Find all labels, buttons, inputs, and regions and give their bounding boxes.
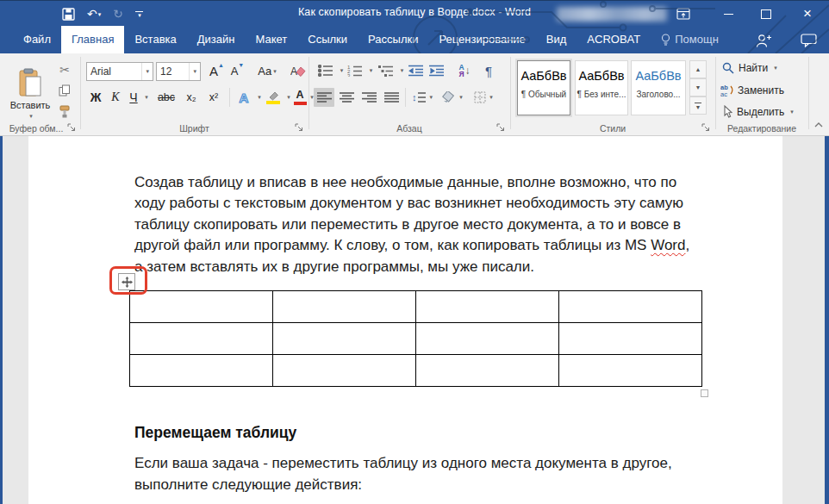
align-right-button[interactable] xyxy=(358,88,379,107)
sort-button[interactable]: АЯ ↓ xyxy=(453,60,476,81)
styles-dialog-launcher-icon[interactable] xyxy=(701,123,711,133)
tab-review[interactable]: Рецензирование xyxy=(428,26,535,53)
clipboard-paste-icon xyxy=(17,68,43,97)
tab-acrobat[interactable]: ACROBAT xyxy=(577,26,651,53)
close-button[interactable]: × xyxy=(793,1,822,27)
small-separator xyxy=(405,88,406,107)
document-page[interactable]: Создав таблицу и вписав в нее необходимы… xyxy=(28,136,782,504)
font-color-button[interactable]: А xyxy=(291,88,309,107)
table-resize-handle[interactable] xyxy=(701,389,708,397)
shrink-font-button[interactable]: A▼ xyxy=(228,61,247,81)
table-cell[interactable] xyxy=(130,291,273,323)
change-case-button[interactable]: Aa▾ xyxy=(252,61,283,81)
numbering-button[interactable]: 123 xyxy=(345,62,365,79)
find-button[interactable]: Найти▾ xyxy=(722,62,777,74)
table-cell[interactable] xyxy=(559,323,702,355)
replace-icon: abac xyxy=(720,84,733,96)
table-cell[interactable] xyxy=(130,355,273,387)
replace-button[interactable]: abac Заменить xyxy=(720,84,784,96)
tab-tell-me[interactable]: Помощн xyxy=(651,26,729,53)
group-separator xyxy=(808,57,809,129)
shading-button[interactable]: ▾ xyxy=(439,88,465,107)
ribbon: Вставить ▾ ✂ Буфер обм... Arial▾ 12▾ A▲ … xyxy=(0,53,829,136)
table-cell[interactable] xyxy=(130,323,273,355)
borders-button[interactable]: ▾ xyxy=(471,88,496,107)
format-painter-icon[interactable] xyxy=(55,103,74,119)
document-area: Создав таблицу и вписав в нее необходимы… xyxy=(0,136,829,504)
ribbon-display-options-icon[interactable] xyxy=(669,1,698,27)
text-effects-dropdown[interactable]: ▾ xyxy=(255,91,264,103)
font-name-combobox[interactable]: Arial▾ xyxy=(86,62,153,81)
document-paragraph[interactable]: Если ваша задача - переместить таблицу и… xyxy=(134,452,738,495)
cut-icon[interactable]: ✂ xyxy=(55,62,74,78)
copy-icon[interactable] xyxy=(55,83,74,98)
justify-button[interactable] xyxy=(381,88,402,107)
show-marks-button[interactable]: ¶ xyxy=(479,60,498,81)
tab-references[interactable]: Ссылки xyxy=(297,26,358,53)
font-group-label: Шрифт xyxy=(80,123,309,134)
bullets-button[interactable] xyxy=(315,62,336,79)
superscript-button[interactable]: x² xyxy=(203,88,224,107)
move-handle-highlight xyxy=(109,266,147,295)
tab-insert[interactable]: Вставка xyxy=(124,26,186,53)
align-left-button[interactable] xyxy=(314,88,334,107)
table-cell[interactable] xyxy=(416,355,559,387)
clipboard-dialog-launcher-icon[interactable] xyxy=(67,123,77,133)
style-card-heading1[interactable]: АаБбВв Заголово... xyxy=(631,60,686,115)
table-cell[interactable] xyxy=(559,291,702,323)
select-button[interactable]: Выделить▾ xyxy=(722,105,794,118)
cursor-arrow-icon xyxy=(722,105,732,118)
text-effects-button[interactable]: А xyxy=(234,88,253,107)
decrease-indent-icon[interactable] xyxy=(407,62,426,79)
svg-text:ac: ac xyxy=(720,90,727,96)
word-window: ↶▾ ↻ ▾ Как скопировать таблицу в Ворде.d… xyxy=(0,0,829,504)
share-icon[interactable] xyxy=(756,28,772,53)
bold-button[interactable]: Ж xyxy=(86,88,105,107)
clear-formatting-icon[interactable]: A xyxy=(288,60,309,81)
window-border-left xyxy=(0,136,3,504)
paste-button[interactable]: Вставить ▾ xyxy=(7,59,53,129)
table-cell[interactable] xyxy=(559,355,702,387)
underline-dropdown[interactable]: ▾ xyxy=(142,91,151,103)
styles-scroll-up-button[interactable]: ▲ xyxy=(689,60,707,78)
grow-font-button[interactable]: A▲ xyxy=(207,61,227,81)
align-center-button[interactable] xyxy=(336,88,357,107)
subscript-button[interactable]: x₂ xyxy=(181,88,202,107)
tab-mailings[interactable]: Рассылки xyxy=(358,26,428,53)
font-size-combobox[interactable]: 12▾ xyxy=(156,62,201,81)
styles-group-label: Стили xyxy=(510,123,715,134)
maximize-button[interactable] xyxy=(751,1,781,27)
style-card-normal[interactable]: АаБбВв ¶ Обычный xyxy=(517,60,570,115)
styles-scroll-down-button[interactable]: ▼ xyxy=(689,78,707,96)
comment-icon[interactable] xyxy=(801,28,817,53)
font-dialog-launcher-icon[interactable] xyxy=(295,123,304,133)
table-cell[interactable] xyxy=(273,355,416,387)
tab-layout[interactable]: Макет xyxy=(245,26,297,53)
table-cell[interactable] xyxy=(416,323,559,355)
line-spacing-button[interactable]: ↕ ▾ xyxy=(410,88,434,107)
document-heading[interactable]: Перемещаем таблицу xyxy=(134,424,296,442)
paragraph-dialog-launcher-icon[interactable] xyxy=(496,123,506,133)
tab-file[interactable]: Файл xyxy=(13,26,61,53)
highlight-color-button[interactable] xyxy=(264,88,283,107)
increase-indent-icon[interactable] xyxy=(427,62,446,79)
group-separator xyxy=(715,57,716,129)
multilevel-dropdown[interactable]: ▾ xyxy=(398,65,406,77)
document-paragraph[interactable]: Создав таблицу и вписав в нее необходимы… xyxy=(134,172,738,277)
italic-button[interactable]: К xyxy=(107,88,124,107)
table-row xyxy=(130,323,702,355)
tab-design[interactable]: Дизайн xyxy=(187,26,246,53)
minimize-button[interactable] xyxy=(714,1,743,27)
underline-button[interactable]: Ч xyxy=(125,88,142,107)
strikethrough-button[interactable]: abc xyxy=(153,88,179,107)
styles-gallery-more-button[interactable]: ▼ xyxy=(689,96,707,115)
table-cell[interactable] xyxy=(273,323,416,355)
table-cell[interactable] xyxy=(273,291,416,323)
table-cell[interactable] xyxy=(416,291,559,323)
collapse-ribbon-icon[interactable] xyxy=(812,119,826,131)
tab-home[interactable]: Главная xyxy=(61,26,124,53)
numbering-dropdown[interactable]: ▾ xyxy=(367,65,375,77)
multilevel-list-button[interactable] xyxy=(376,62,396,79)
style-card-no-spacing[interactable]: АаБбВв ¶ Без инте... xyxy=(575,60,628,115)
tab-view[interactable]: Вид xyxy=(536,26,577,53)
